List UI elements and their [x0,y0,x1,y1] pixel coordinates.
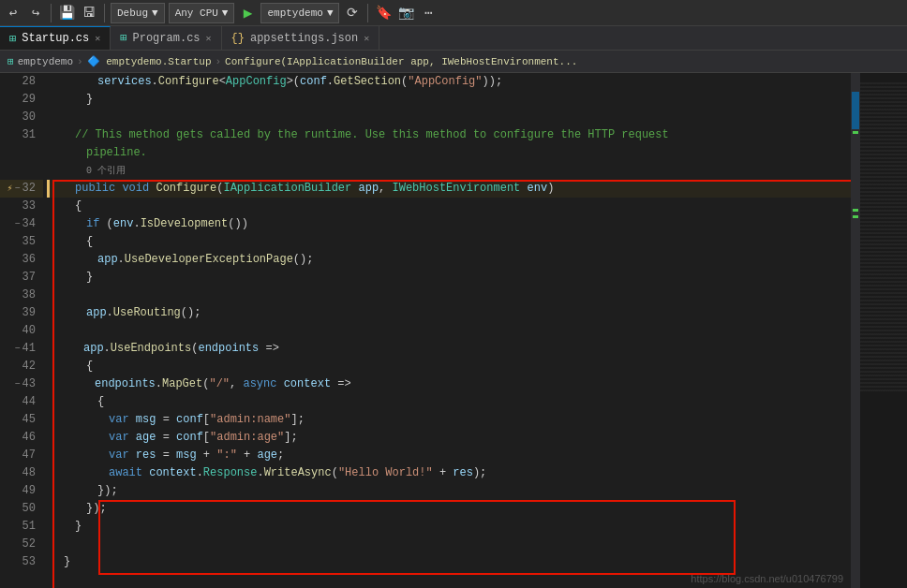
minimap [860,73,907,588]
line-gutter: 28 29 30 31 ⚡ − 32 33 − 34 35 36 37 38 3… [0,73,47,588]
tab-startup-close[interactable]: ✕ [95,33,100,44]
code-line-33: { [47,198,851,215]
gutter-31c [0,162,43,180]
sep3 [367,4,368,22]
debug-dropdown[interactable]: Debug ▼ [111,3,165,23]
gutter-47: 47 [0,447,43,464]
code-content: services.Configure<AppConfig>(conf.GetSe… [47,73,851,571]
breadcrumb-project[interactable]: emptydemo [18,56,73,67]
code-line-47: var res = msg + ":" + age; [47,447,851,464]
code-line-53: } [47,553,851,571]
code-line-35: { [47,233,851,251]
bookmark-icon[interactable]: 🔖 [374,4,393,22]
main-area: 28 29 30 31 ⚡ − 32 33 − 34 35 36 37 38 3… [0,73,907,588]
tab-startup[interactable]: ⊞ Startup.cs ✕ [0,26,111,50]
gutter-49: 49 [0,482,43,500]
tab-bar: ⊞ Startup.cs ✕ ⊞ Program.cs ✕ {} appsett… [0,26,907,51]
code-line-39: app.UseRouting(); [47,304,851,322]
code-line-refcount: 0 个引用 [47,162,851,180]
gutter-37: 37 [0,269,43,287]
gutter-40: 40 [0,322,43,340]
tab-program-close[interactable]: ✕ [206,33,212,44]
play-button[interactable]: ▶ [238,4,257,22]
undo-icon[interactable]: ↩ [4,4,22,22]
save-icon[interactable]: 💾 [57,4,76,22]
gutter-28: 28 [0,73,43,91]
code-line-40 [47,322,851,340]
code-line-50: }); [47,500,851,518]
code-line-32: public void Configure(IApplicationBuilde… [47,180,851,198]
tab-appsettings-close[interactable]: ✕ [364,33,369,44]
gutter-52: 52 [0,536,43,553]
code-line-42: { [47,358,851,375]
code-line-43: endpoints.MapGet("/", async context => [47,375,851,393]
tab-startup-label: Startup.cs [22,32,89,45]
more-icon[interactable]: ⋯ [419,4,438,22]
breadcrumb-sep2: › [215,56,221,67]
gutter-51: 51 [0,518,43,536]
gutter-31b [0,144,43,162]
tab-startup-icon: ⊞ [9,32,16,46]
code-line-52 [47,536,851,553]
breadcrumb-method: Configure(IApplicationBuilder app, IWebH… [225,56,577,67]
code-line-45: var msg = conf["admin:name"]; [47,411,851,429]
gutter-39: 39 [0,304,43,322]
code-line-46: var age = conf["admin:age"]; [47,429,851,447]
gutter-36: 36 [0,251,43,269]
tab-program-label: Program.cs [133,32,201,45]
sep2 [104,4,105,22]
code-area[interactable]: services.Configure<AppConfig>(conf.GetSe… [47,73,851,588]
gutter-41: − 41 [0,340,43,358]
project-dropdown[interactable]: emptydemo ▼ [260,3,339,23]
scrollbar-marker [853,131,858,134]
gutter-50: 50 [0,500,43,518]
tab-appsettings-icon: {} [231,32,245,45]
right-scrollbar[interactable] [851,73,860,588]
tab-program[interactable]: ⊞ Program.cs ✕ [111,26,221,50]
gutter-42: 42 [0,358,43,375]
code-line-30 [47,109,851,126]
collapse-41[interactable]: − [15,340,21,358]
gutter-32: ⚡ − 32 [0,180,43,198]
collapse-43[interactable]: − [15,375,21,393]
code-line-31: // This method gets called by the runtim… [47,126,851,144]
refresh-icon[interactable]: ⟳ [343,4,362,22]
gutter-29: 29 [0,91,43,109]
scrollbar-marker [853,209,858,212]
gutter-34: − 34 [0,215,43,233]
gutter-31: 31 [0,126,43,144]
gutter-44: 44 [0,393,43,411]
code-line-44: { [47,393,851,411]
tab-appsettings[interactable]: {} appsettings.json ✕ [222,26,380,50]
code-line-36: app.UseDeveloperExceptionPage(); [47,251,851,269]
toolbar: ↩ ↪ 💾 🖫 Debug ▼ Any CPU ▼ ▶ emptydemo ▼ … [0,0,907,26]
tab-program-icon: ⊞ [120,31,126,45]
breadcrumb-sep1: › [77,56,83,67]
camera-icon[interactable]: 📷 [396,4,415,22]
gutter-46: 46 [0,429,43,447]
code-line-37: } [47,269,851,287]
code-line-48: await context.Response.WriteAsync("Hello… [47,464,851,482]
code-line-34: if (env.IsDevelopment()) [47,215,851,233]
breadcrumb-bar: ⊞ emptydemo › 🔷 emptydemo.Startup › Conf… [0,51,907,73]
tab-appsettings-label: appsettings.json [250,32,358,45]
code-line-31b: pipeline. [47,144,851,162]
scrollbar-marker [853,215,858,218]
watermark: https://blog.csdn.net/u010476799 [691,573,843,584]
save-all-icon[interactable]: 🖫 [80,4,98,22]
code-line-49: }); [47,482,851,500]
collapse-34[interactable]: − [15,215,21,233]
code-line-28: services.Configure<AppConfig>(conf.GetSe… [47,73,851,91]
gutter-48: 48 [0,464,43,482]
gutter-53: 53 [0,553,43,571]
code-line-29: } [47,91,851,109]
cpu-dropdown[interactable]: Any CPU ▼ [169,3,235,23]
sep1 [51,4,52,22]
gutter-43: − 43 [0,375,43,393]
redo-icon[interactable]: ↪ [26,4,45,22]
gutter-38: 38 [0,287,43,304]
collapse-32[interactable]: − [15,180,21,198]
gutter-33: 33 [0,198,43,215]
code-line-41: app.UseEndpoints(endpoints => [47,340,851,358]
gutter-30: 30 [0,109,43,126]
